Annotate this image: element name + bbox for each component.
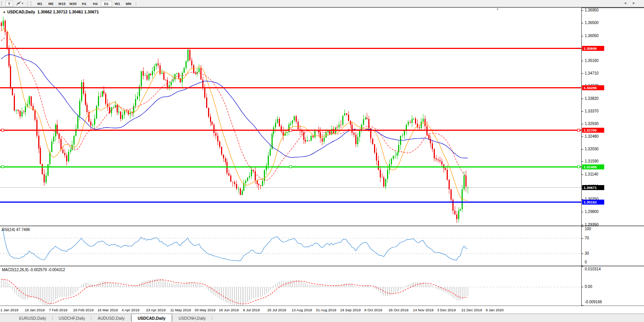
rsi-tick-label: 0: [585, 260, 587, 264]
timeframe-button-m5[interactable]: M5: [46, 1, 57, 7]
macd-tick-label: 0.00: [585, 285, 592, 289]
price-tick: [582, 137, 583, 137]
toolbar-grip[interactable]: [1, 1, 4, 6]
date-axis-label: 9 Jan 2020: [486, 308, 504, 312]
price-tick-label: 1.32480: [585, 134, 598, 138]
price-axis-border: [581, 8, 582, 306]
timeframe-button-m30[interactable]: M30: [68, 1, 79, 7]
price-tick: [582, 149, 583, 150]
toolbar-separator: [28, 1, 28, 6]
macd-indicator-pane[interactable]: MACD(12,26,9) -0.002579 -0.004312: [0, 267, 581, 305]
toolbar-separator: [136, 1, 136, 6]
rsi-tick-label: 70: [585, 236, 589, 240]
price-tick-label: 1.33370: [585, 109, 598, 113]
price-tick: [582, 61, 583, 61]
timeframe-group: M1M5M15M30H1H4D1W1MN: [34, 1, 134, 7]
price-tick-label: 1.35160: [585, 59, 598, 63]
date-axis-label: 26 Feb 2019: [73, 308, 93, 312]
price-tick: [582, 225, 583, 225]
timeframe-button-d1[interactable]: D1: [101, 1, 112, 7]
date-axis-label: 3 Dec 2019: [437, 308, 456, 312]
hline-price-label: 1.30152: [582, 200, 604, 205]
candlestick-chart[interactable]: [0, 8, 581, 225]
chart-ohlc-values: 1.30662 1.30712 1.30461 1.30671: [37, 10, 99, 14]
date-axis-label: 21 Dec 2019: [462, 308, 482, 312]
rsi-indicator-pane[interactable]: RSI(14) 47.7496: [0, 226, 581, 265]
timeframe-button-mn[interactable]: MN: [123, 1, 134, 7]
date-axis[interactable]: 1 Jan 201919 Jan 20197 Feb 201926 Feb 20…: [0, 306, 644, 314]
rsi-label: RSI(14) 47.7496: [2, 228, 30, 232]
symbol-tab-audusd-daily[interactable]: AUDUSD,Daily: [91, 314, 131, 322]
price-tick: [582, 111, 583, 112]
price-tick: [582, 36, 583, 36]
tab-scroll-right-icon[interactable]: ►: [632, 1, 641, 5]
text-tool-button[interactable]: T: [5, 1, 13, 7]
date-axis-label: 19 Sep 2019: [340, 308, 361, 312]
chart-shift-marker-icon[interactable]: ▼: [496, 8, 499, 11]
rsi-plot[interactable]: [0, 226, 581, 265]
mt4-application-window: T ▾ M1M5M15M30H1H4D1W1MN ▼USDCAD,Daily 1…: [0, 0, 644, 322]
timeframe-button-m1[interactable]: M1: [34, 1, 46, 7]
price-tick-label: 1.29350: [585, 223, 598, 227]
symbol-tab-usdchf-daily[interactable]: USDCHF,Daily: [53, 314, 91, 322]
current-price-label: 1.30671: [582, 185, 604, 190]
price-tick: [582, 161, 583, 162]
macd-plot[interactable]: [0, 267, 581, 305]
date-axis-label: 31 Aug 2019: [316, 308, 336, 312]
price-tick-label: 1.32030: [585, 147, 598, 151]
arrows-tool-icon: [16, 1, 21, 6]
timeframe-button-h1[interactable]: H1: [79, 1, 90, 7]
date-axis-label: 6 Jul 2019: [243, 308, 260, 312]
macd-tick-label: -0.009166: [585, 300, 602, 304]
tab-scroll-arrows[interactable]: ◄►: [623, 1, 641, 5]
price-tick-label: 1.29800: [585, 210, 598, 214]
rsi-tick: [582, 265, 583, 266]
symbol-tab-bar: EURUSD,DailyUSDCHF,DailyAUDUSD,DailyUSDC…: [0, 314, 644, 322]
rsi-tick-label: 30: [585, 251, 589, 255]
date-axis-label: 25 Jul 2019: [267, 308, 286, 312]
timeframe-button-w1[interactable]: W1: [112, 1, 123, 7]
rsi-tick: [582, 254, 583, 254]
date-axis-label: 23 Apr 2019: [146, 308, 166, 312]
price-tick: [582, 124, 583, 124]
symbol-tab-usdcad-daily[interactable]: USDCAD,Daily: [131, 314, 172, 322]
macd-tick-label: 0.010314: [585, 267, 601, 271]
symbol-tab-eurusd-daily[interactable]: EURUSD,Daily: [13, 314, 52, 322]
price-tick-label: 1.36500: [585, 21, 598, 25]
hline-price-label: 1.31405: [582, 164, 604, 169]
timeframe-button-h4[interactable]: H4: [90, 1, 101, 7]
rsi-tick-label: 100: [585, 227, 591, 231]
date-axis-label: 14 Nov 2019: [413, 308, 434, 312]
date-axis-label: 4 Apr 2019: [122, 308, 139, 312]
date-axis-label: 18 Jun 2019: [219, 308, 239, 312]
date-axis-label: 30 May 2019: [195, 308, 216, 312]
tab-separator: [212, 316, 212, 320]
tab-scroll-left-icon[interactable]: ◄: [623, 1, 632, 5]
macd-tick: [582, 267, 583, 267]
arrows-tool-button[interactable]: ▾: [14, 1, 26, 7]
date-axis-label: 26 Oct 2019: [389, 308, 408, 312]
date-axis-label: 8 Oct 2019: [364, 308, 382, 312]
macd-tick: [582, 305, 583, 306]
chevron-down-icon: ▾: [22, 2, 23, 5]
price-tick-label: 1.36950: [585, 8, 598, 12]
price-tick: [582, 73, 583, 74]
price-tick-label: 1.36050: [585, 34, 598, 38]
date-axis-label: 13 Aug 2019: [291, 308, 312, 312]
toolbar-grip[interactable]: [31, 1, 33, 6]
price-tick-label: 1.31140: [585, 172, 598, 176]
hline-price-label: 1.35606: [582, 46, 604, 51]
chart-dropdown-icon[interactable]: ▼: [3, 11, 6, 14]
price-tick-label: 1.33820: [585, 96, 598, 101]
price-tick-label: 1.32930: [585, 122, 598, 126]
symbol-tab-usdcnh-daily[interactable]: USDCNH,Daily: [172, 314, 212, 322]
hline-price-label: 1.32700: [582, 128, 604, 133]
price-tick: [582, 174, 583, 175]
date-axis-label: 7 Feb 2019: [49, 308, 67, 312]
date-axis-label: 19 Jan 2019: [24, 308, 44, 312]
main-price-pane[interactable]: ▼USDCAD,Daily 1.30662 1.30712 1.30461 1.…: [0, 8, 581, 225]
macd-label: MACD(12,26,9) -0.002579 -0.004312: [2, 268, 65, 272]
timeframe-button-m15[interactable]: M15: [57, 1, 68, 7]
date-axis-label: 11 May 2019: [170, 308, 191, 312]
price-tick: [582, 212, 583, 212]
